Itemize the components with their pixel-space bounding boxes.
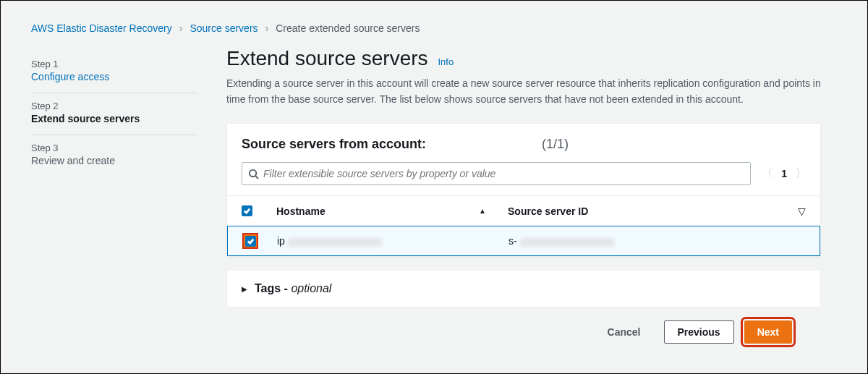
panel-count: (1/1)	[542, 137, 569, 152]
caret-right-icon: ▶	[242, 285, 247, 293]
svg-point-0	[250, 170, 256, 177]
search-icon	[248, 169, 259, 179]
wizard-steps: Step 1 Configure access Step 2 Extend so…	[31, 47, 197, 344]
page-next[interactable]: 〉	[796, 167, 806, 180]
page-number: 1	[781, 168, 787, 179]
redacted-text	[520, 238, 614, 247]
cell-source-id: s-	[509, 235, 776, 247]
breadcrumb: AWS Elastic Disaster Recovery › Source s…	[31, 22, 850, 34]
search-input-wrapper[interactable]	[242, 162, 751, 185]
pager: 〈 1 〉	[762, 167, 806, 180]
select-all-checkbox[interactable]	[242, 205, 252, 216]
tags-expander[interactable]: ▶ Tags - optional	[226, 270, 821, 307]
search-input[interactable]	[263, 168, 744, 179]
table-header: Hostname ▲ Source server ID ▽	[227, 195, 820, 226]
page-title: Extend source servers	[226, 47, 428, 70]
column-source-id[interactable]: Source server ID	[508, 205, 777, 217]
cancel-button[interactable]: Cancel	[595, 320, 654, 344]
row-checkbox-highlight	[242, 233, 258, 249]
tags-title: Tags - optional	[255, 282, 331, 295]
step-1-link[interactable]: Configure access	[31, 71, 197, 82]
wizard-footer: Cancel Previous Next	[226, 307, 821, 344]
breadcrumb-service[interactable]: AWS Elastic Disaster Recovery	[31, 22, 172, 34]
svg-line-1	[255, 176, 258, 179]
source-servers-panel: Source servers from account: (1/1) 〈 1 〉	[226, 123, 821, 257]
cell-hostname: ip	[277, 235, 509, 247]
step-3-number: Step 3	[31, 143, 197, 153]
column-hostname[interactable]: Hostname ▲	[276, 205, 508, 217]
breadcrumb-section[interactable]: Source servers	[190, 22, 258, 34]
step-1-number: Step 1	[31, 59, 197, 69]
chevron-right-icon: ›	[179, 22, 183, 34]
page-prev[interactable]: 〈	[762, 167, 773, 180]
row-checkbox[interactable]	[245, 236, 256, 247]
step-3-title: Review and create	[31, 155, 197, 166]
breadcrumb-current: Create extended source servers	[276, 22, 420, 34]
table-row[interactable]: ip s-	[227, 226, 820, 256]
redacted-text	[288, 238, 382, 247]
info-link[interactable]: Info	[438, 56, 454, 67]
step-2-title: Extend source servers	[31, 113, 197, 124]
table-settings-icon[interactable]: ▽	[777, 205, 806, 217]
previous-button[interactable]: Previous	[664, 320, 734, 344]
chevron-right-icon: ›	[265, 22, 269, 34]
step-2-number: Step 2	[31, 101, 197, 111]
panel-title: Source servers from account:	[242, 137, 426, 152]
page-description: Extending a source server in this accoun…	[226, 76, 821, 107]
sort-asc-icon: ▲	[479, 207, 486, 215]
next-button[interactable]: Next	[744, 320, 792, 344]
